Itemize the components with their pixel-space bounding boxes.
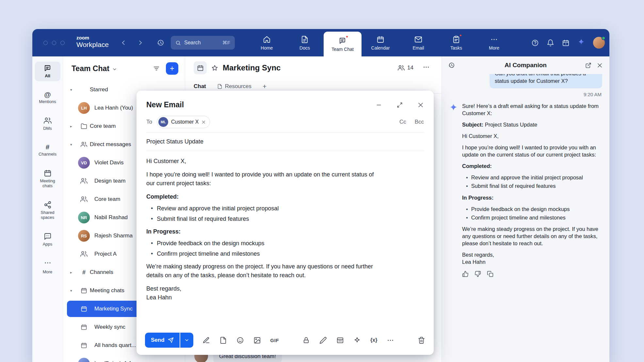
group-icon [78,177,90,185]
window-minimize-button[interactable] [52,41,56,45]
signature-pen-icon[interactable] [202,337,210,344]
copy-icon[interactable] [487,271,493,277]
search-icon [175,40,181,46]
thumbs-down-icon[interactable] [475,271,481,277]
more-options-icon[interactable] [387,337,394,344]
nav-docs[interactable]: Docs [286,29,324,56]
pencil-icon[interactable] [319,337,327,344]
open-in-new-icon[interactable] [585,62,591,68]
rail-item-all[interactable]: All [35,62,60,81]
calendar-icon [78,324,90,330]
nav-tasks[interactable]: Tasks [437,29,475,56]
history-icon[interactable] [157,39,164,46]
nav-home[interactable]: Home [248,29,286,56]
discard-draft-icon[interactable] [418,337,425,344]
ai-history-icon[interactable] [448,62,455,68]
ai-companion-icon[interactable] [577,38,585,47]
lock-icon[interactable] [302,337,310,344]
recipient-chip[interactable]: ML Customer X [157,116,210,128]
modal-title: New Email [146,100,184,109]
sidebar-title[interactable]: Team Chat [72,64,109,73]
forward-button[interactable] [137,39,143,46]
gif-button[interactable]: GIF [270,338,279,343]
hash-icon: # [78,269,90,275]
variables-button[interactable]: {x} [370,337,377,343]
bcc-button[interactable]: Bcc [415,119,424,125]
window-controls[interactable] [43,41,65,45]
back-button[interactable] [121,39,127,46]
send-button[interactable]: Send [145,333,180,348]
rail-item-shared-spaces[interactable]: Shared spaces [35,198,60,223]
calendar-widget-icon[interactable] [562,39,570,47]
thumbs-up-icon[interactable] [462,271,469,277]
to-label: To [146,119,152,125]
minimize-icon[interactable] [376,102,382,108]
ai-sparkle-icon[interactable] [353,337,361,344]
presence-dot [602,36,605,40]
close-icon[interactable] [417,102,424,108]
collapse-triangle-icon[interactable]: ▸ [70,270,78,275]
window-zoom-button[interactable] [60,41,65,45]
dms-icon [44,117,52,125]
email-signoff: Best regards, [146,284,381,293]
new-chat-button[interactable] [166,62,178,75]
email-icon [414,35,423,44]
filter-icon[interactable] [153,65,160,72]
rail-item-channels[interactable]: # Channels [35,141,60,159]
star-icon[interactable] [211,65,218,71]
expand-icon[interactable] [396,102,403,108]
nav-team-chat[interactable]: Team Chat [324,32,362,56]
emoji-icon[interactable] [236,337,244,344]
tasks-notification-badge [459,34,462,37]
nav-email[interactable]: Email [399,29,437,56]
collapse-triangle-icon[interactable]: ▸ [70,124,78,128]
email-body-editor[interactable]: Hi Customer X, I hope you’re doing well!… [146,151,381,302]
send-options-dropdown[interactable] [180,333,193,348]
template-icon[interactable] [336,337,344,344]
member-count[interactable]: 14 [398,65,413,71]
group-icon [78,196,90,203]
remove-recipient-icon[interactable] [201,120,206,124]
rail-item-more[interactable]: More [35,256,60,277]
calendar-icon [78,342,90,349]
ai-completed-list: •Review and approve the initial project … [462,174,601,189]
notifications-icon[interactable] [547,39,554,47]
window-close-button[interactable] [43,41,48,45]
ai-in-progress-label: In Progress: [462,194,601,201]
image-icon[interactable] [253,337,261,344]
subject-field[interactable]: Project Status Update [146,133,424,151]
cc-button[interactable]: Cc [399,119,406,125]
channels-icon: # [46,143,50,150]
collapse-triangle-icon[interactable]: ▾ [70,143,78,147]
close-icon[interactable] [597,62,603,68]
mentions-icon: @ [44,91,51,98]
rail-item-meeting-chats[interactable]: Meeting chats [35,167,60,191]
ai-body-intro: I hope you’re doing well! I wanted to pr… [462,144,601,158]
ai-response-text: Sure! Here’s a draft email asking for a … [462,102,601,278]
ai-signoff: Best regards, [462,251,601,258]
email-closing: We’re making steady progress on the proj… [146,262,381,280]
collapse-triangle-icon[interactable]: ▾ [70,88,78,92]
top-navigation: Home Docs Team Chat Calendar Email [248,29,513,56]
help-icon[interactable] [531,39,539,47]
new-email-modal: New Email To ML Customer X Cc Bcc Projec… [137,91,434,355]
chevron-down-icon[interactable] [112,67,117,71]
attach-file-icon[interactable] [219,337,227,344]
to-field[interactable]: To ML Customer X Cc Bcc [146,116,424,133]
nav-calendar[interactable]: Calendar [362,29,399,56]
nav-more[interactable]: More [475,29,513,56]
sidebar-item-lea-rajesh[interactable]: LR Lea/Rajesh 1:1 [63,354,185,362]
rail-item-dms[interactable]: DMs [35,114,60,134]
user-avatar[interactable] [593,37,605,49]
ai-completed-label: Completed: [462,162,601,170]
chat-header-actions: 14 [398,64,433,72]
search-input[interactable]: Search ⌘F [171,36,235,50]
rail-more-icon [44,259,52,268]
rail-item-mentions[interactable]: @ Mentions [35,88,60,107]
rail-item-apps[interactable]: Apps [35,230,60,249]
email-greeting: Hi Customer X, [146,157,381,166]
chat-more-icon[interactable] [423,64,430,72]
people-icon [78,141,90,148]
collapse-triangle-icon[interactable]: ▾ [70,289,78,293]
ai-intro: Sure! Here’s a draft email asking for a … [462,102,601,117]
